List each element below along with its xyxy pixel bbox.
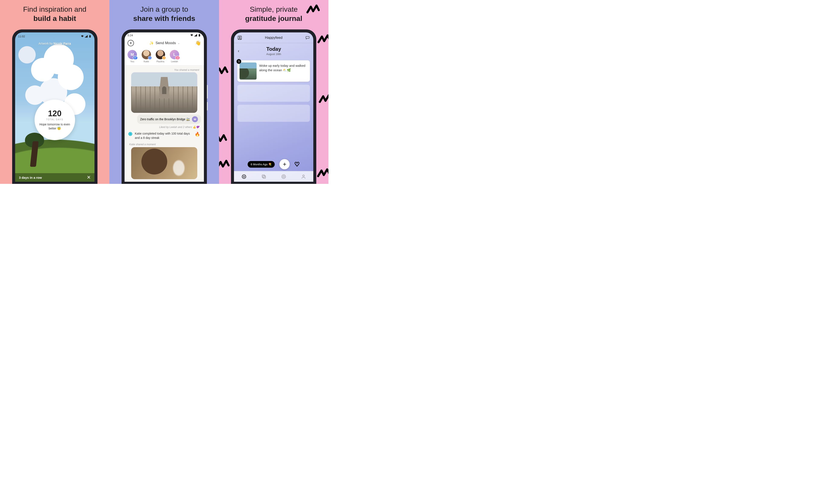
squiggle-icon: [317, 166, 328, 180]
phone-side-button: [207, 85, 208, 99]
headline-bold: gratitude journal: [245, 14, 302, 22]
avatar-badge: 14: [175, 56, 180, 60]
phone-side-button-2: [207, 102, 208, 110]
counter-label: TOTAL DAYS: [46, 118, 63, 121]
shared-label-2: Katie shared a moment: [129, 143, 199, 146]
svg-rect-1: [90, 35, 90, 35]
artist-link[interactable]: Nicole Parra: [54, 42, 71, 45]
avatar-badge: 97: [133, 56, 138, 60]
add-entry-fab[interactable]: +: [279, 159, 290, 169]
panel-journal: Simple, private gratitude journal Happyf…: [219, 0, 328, 184]
squiggle-icon: [317, 32, 328, 46]
close-icon[interactable]: ✕: [87, 175, 91, 180]
avatar-circle: L 14: [170, 50, 179, 59]
status-time: 11:02: [18, 35, 25, 38]
bottom-nav: [234, 171, 313, 182]
group-selector[interactable]: ✨ Send Moods ⌄: [149, 41, 180, 45]
streak-text: 3 days in a row: [19, 176, 42, 179]
journal-entry[interactable]: 1 Woke up early today and walked along t…: [237, 60, 310, 82]
signal-icon: [194, 34, 197, 36]
app-header: Happyfeed: [234, 32, 313, 43]
feed-photo-wine[interactable]: [131, 147, 197, 179]
avatar-name: Leelah: [171, 60, 178, 63]
entry-photo[interactable]: [240, 62, 257, 80]
phone-screen-1: 11:02 Artwork by Nicole Parra 120 TOTAL …: [15, 32, 94, 182]
memory-chip[interactable]: 6 Months Ago 💐: [248, 161, 275, 168]
status-icons: [190, 34, 201, 36]
headline-top: Join a group to: [140, 5, 188, 13]
date-row: ‹ Today August 16th: [234, 43, 313, 57]
svg-point-11: [282, 175, 286, 179]
avatar-circle: 3: [156, 50, 165, 59]
headline-bold: build a habit: [33, 14, 76, 22]
svg-rect-9: [262, 175, 265, 177]
feed[interactable]: You shared a moment Zero traffic on the …: [125, 65, 204, 182]
avatar-name: You: [130, 60, 134, 63]
squiggle-icon: [219, 64, 228, 78]
app-title: Happyfeed: [265, 36, 282, 40]
feed-caption[interactable]: Zero traffic on the Brooklyn Bridge 🚉 M: [137, 115, 201, 124]
milestone-row: Katie completed today with 100 total day…: [128, 132, 200, 140]
wifi-icon: [81, 35, 84, 38]
wave-icon[interactable]: 👋: [195, 40, 201, 46]
heart-icon[interactable]: ♡: [294, 161, 300, 168]
status-bar: 5:24: [125, 32, 204, 38]
nav-cards-icon[interactable]: [261, 174, 266, 179]
tree: [25, 133, 44, 167]
status-bar: 11:02: [18, 34, 91, 39]
panel-group: Join a group to share with friends 5:24 …: [109, 0, 219, 184]
milestone-text: Katie completed today with 100 total day…: [135, 132, 192, 140]
back-icon[interactable]: ‹: [238, 48, 243, 53]
panel1-headline: Find inspiration and build a habit: [23, 5, 86, 23]
avatar-name: Katie: [144, 60, 149, 63]
caption-avatar: M: [192, 116, 198, 122]
avatar-badge: 8: [148, 56, 152, 60]
artwork-credit[interactable]: Artwork by Nicole Parra: [15, 42, 94, 45]
squiggle-icon: [219, 157, 230, 171]
today-label: Today: [243, 46, 304, 52]
svg-point-13: [303, 175, 304, 177]
entry-placeholder[interactable]: [237, 105, 310, 122]
caption-text: Zero traffic on the Brooklyn Bridge 🚉: [140, 118, 190, 121]
phone-screen-2: 5:24 + ✨ Send Moods ⌄ 👋: [125, 32, 204, 182]
nav-smile-icon[interactable]: [241, 174, 247, 179]
feed-photo-bridge[interactable]: [131, 72, 197, 113]
svg-point-12: [283, 176, 285, 177]
add-button[interactable]: +: [128, 40, 134, 46]
plus-icon: +: [283, 161, 286, 168]
nav-person-icon[interactable]: [301, 174, 306, 179]
panel3-headline: Simple, private gratitude journal: [245, 5, 302, 23]
panel2-headline: Join a group to share with friends: [133, 5, 195, 23]
counter-number: 120: [48, 109, 61, 118]
nav-target-icon[interactable]: [281, 174, 286, 179]
chat-icon[interactable]: [305, 35, 310, 40]
entry-placeholder[interactable]: [237, 85, 310, 102]
app-header: + ✨ Send Moods ⌄ 👋: [125, 38, 204, 48]
squiggle-icon: [306, 2, 320, 16]
phone-screen-3: Happyfeed ‹ Today August 16th 1 Woke up …: [234, 32, 313, 182]
entry-text: Woke up early today and walked along the…: [259, 62, 308, 80]
liked-by[interactable]: Liked by Leelah and 2 others 💪💜: [129, 126, 199, 129]
squiggle-icon: [319, 92, 328, 105]
svg-rect-3: [199, 34, 200, 34]
svg-rect-0: [89, 35, 91, 38]
svg-point-6: [242, 175, 246, 179]
battery-icon: [198, 34, 201, 36]
headline-bold: share with friends: [133, 14, 195, 22]
avatar-paulina[interactable]: 3 Paulina: [156, 50, 165, 63]
avatar-katie[interactable]: 8 Katie: [142, 50, 151, 63]
avatar-row: M 97 You 8 Katie 3 Paulina: [125, 48, 204, 65]
headline-top: Find inspiration and: [23, 5, 86, 13]
avatar-circle: 8: [142, 50, 151, 59]
wifi-icon: [190, 34, 193, 36]
shared-label: You shared a moment: [129, 68, 199, 71]
avatar-you[interactable]: M 97 You: [128, 50, 137, 63]
fire-icon: 🔥: [195, 132, 200, 137]
group-name: Send Moods: [155, 41, 176, 45]
svg-point-5: [239, 37, 241, 38]
sparkle-icon: ✨: [149, 41, 154, 45]
floating-actions: 6 Months Ago 💐 + ♡: [234, 159, 313, 169]
avatar-leelah[interactable]: L 14 Leelah: [170, 50, 179, 63]
milestone-bullet-icon: [128, 132, 132, 136]
profile-icon[interactable]: [237, 35, 242, 40]
